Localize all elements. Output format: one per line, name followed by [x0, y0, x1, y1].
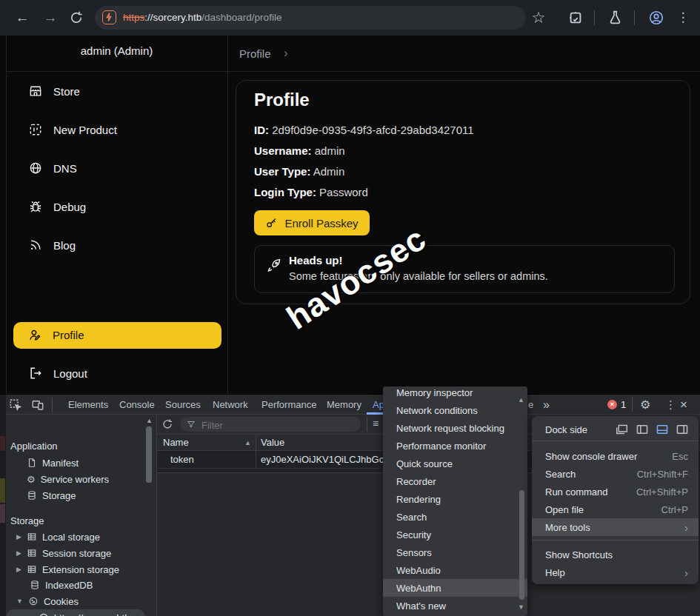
back-icon[interactable]: ← [12, 0, 33, 36]
sidebar-item-label: Logout [53, 367, 87, 380]
window-left-edge [6, 36, 7, 394]
column-header-name[interactable]: Name [163, 437, 189, 448]
menu-item-webauthn-highlighted[interactable]: WebAuthn [383, 579, 527, 597]
sidebar-item-profile-active[interactable]: Profile [13, 322, 221, 349]
column-header-value[interactable]: Value [261, 437, 284, 448]
device-toolbar-icon[interactable] [31, 398, 44, 412]
sidebar-item-debug[interactable]: Debug [28, 199, 86, 214]
logout-icon [28, 366, 43, 381]
sidebar-divider [227, 36, 228, 394]
cookie-filter-input[interactable] [200, 418, 351, 432]
column-divider[interactable] [256, 435, 256, 451]
menu-item-network-conditions[interactable]: Network conditions [383, 401, 527, 419]
tab-performance[interactable]: Performance [261, 395, 316, 415]
tree-item-session-storage[interactable]: ▶ Session storage [16, 545, 111, 561]
refresh-icon[interactable] [161, 418, 173, 430]
menu-item-label: Performance monitor [396, 441, 486, 452]
devtools-menu-icon[interactable]: ⋮ [665, 395, 676, 415]
menu-item-more-tools-highlighted[interactable]: More tools › [532, 518, 699, 536]
menu-item-quick-source[interactable]: Quick source [383, 455, 527, 472]
undock-icon[interactable] [616, 424, 628, 435]
tree-label: Service workers [41, 474, 109, 485]
menu-item-whats-new[interactable]: What's new [383, 597, 527, 615]
cookie-filter-pill[interactable] [180, 417, 361, 432]
devtools-close-icon[interactable]: × [680, 395, 687, 415]
menu-item-recorder[interactable]: Recorder [383, 472, 527, 490]
tree-label: IndexedDB [45, 580, 93, 591]
menu-item-network-request-blocking[interactable]: Network request blocking [383, 419, 527, 437]
tree-item-manifest[interactable]: Manifest [27, 455, 79, 471]
tree-scroll-up-icon[interactable]: ▲ [146, 418, 153, 424]
tabbar-divider [52, 398, 53, 412]
menu-item-label: Quick source [396, 458, 453, 469]
profile-avatar-icon[interactable] [648, 10, 664, 26]
menu-item-show-console-drawer[interactable]: Show console drawer Esc [532, 447, 699, 465]
reload-icon[interactable] [69, 10, 84, 25]
sidebar-item-logout[interactable]: Logout [28, 366, 87, 381]
dock-bottom-icon-selected[interactable] [656, 424, 668, 435]
insecure-site-icon[interactable] [102, 10, 116, 24]
error-badge-icon[interactable]: × [607, 400, 617, 409]
sidebar-item-blog[interactable]: Blog [28, 238, 76, 252]
menu-item-security[interactable]: Security [383, 526, 527, 543]
submenu-chevron-icon: › [684, 566, 688, 579]
bookmark-star-icon[interactable]: ☆ [528, 0, 549, 36]
url-bar[interactable]: https://sorcery.htb/dashboard/profile [95, 6, 526, 30]
tab-network[interactable]: Network [213, 395, 248, 415]
tree-item-cookie-host-selected[interactable]: https://sorcery.htb [6, 609, 145, 616]
menu-item-help[interactable]: Help › [532, 563, 699, 581]
tree-item-cookies[interactable]: ▼ Cookies [16, 593, 79, 609]
extensions-icon[interactable] [567, 10, 584, 26]
enroll-passkey-button[interactable]: Enroll Passkey [254, 210, 370, 235]
submenu-scroll-down-icon[interactable]: ▼ [518, 604, 524, 611]
menu-item-run-command[interactable]: Run command Ctrl+Shift+P [532, 483, 699, 500]
menu-item-show-shortcuts[interactable]: Show Shortcuts [532, 546, 699, 563]
dock-left-icon[interactable] [636, 424, 648, 435]
forward-icon[interactable]: → [40, 0, 61, 36]
profile-card: Profile ID: 2d9f0d9e-0935-49f3-afcd-29ab… [236, 80, 690, 304]
submenu-scroll-up-icon[interactable]: ▲ [518, 397, 524, 404]
tab-sources[interactable]: Sources [165, 395, 201, 415]
user-pen-icon [28, 328, 42, 342]
tree-item-indexeddb[interactable]: IndexedDB [30, 577, 93, 593]
toolbar-divider [594, 10, 595, 25]
globe-icon [28, 161, 43, 175]
menu-item-open-file[interactable]: Open file Ctrl+P [532, 500, 699, 518]
collapse-icon[interactable]: ▼ [16, 598, 23, 605]
sidebar-item-store[interactable]: Store [28, 84, 80, 98]
inspect-element-icon[interactable] [9, 398, 22, 412]
more-tabs-icon[interactable]: » [543, 395, 550, 415]
tree-item-local-storage[interactable]: ▶ Local storage [16, 529, 100, 545]
tree-item-storage[interactable]: Storage [27, 487, 76, 503]
tab-elements[interactable]: Elements [68, 395, 108, 415]
dock-right-icon[interactable] [676, 424, 688, 435]
expand-icon[interactable]: ▶ [16, 566, 21, 573]
flask-icon[interactable] [607, 10, 623, 25]
settings-gear-icon[interactable]: ⚙ [640, 395, 650, 415]
breadcrumb[interactable]: Profile [239, 47, 271, 60]
clear-filter-icon[interactable]: ≡ [373, 418, 379, 429]
menu-item-sensors[interactable]: Sensors [383, 543, 527, 561]
sidebar-item-label: Profile [53, 329, 84, 341]
screenshot-root: ← → https://sorcery.htb/dashboard/profil… [0, 0, 700, 616]
menu-item-rendering[interactable]: Rendering [383, 490, 527, 508]
sidebar-item-dns[interactable]: DNS [28, 161, 77, 175]
sidebar-item-new-product[interactable]: New Product [28, 122, 117, 137]
menu-item-performance-monitor[interactable]: Performance monitor [383, 437, 527, 455]
submenu-scrollbar-thumb[interactable] [519, 490, 524, 600]
tab-console[interactable]: Console [119, 395, 155, 415]
tab-memory[interactable]: Memory [327, 395, 361, 415]
menu-item-search[interactable]: Search [383, 508, 527, 526]
tree-scrollbar-thumb[interactable] [146, 426, 152, 483]
card-title: Profile [254, 90, 310, 110]
tree-item-extension-storage[interactable]: ▶ Extension storage [16, 561, 119, 578]
tab-overflow-partial: e [528, 395, 533, 415]
tree-item-service-workers[interactable]: ⚙ Service workers [27, 471, 109, 487]
menu-item-webaudio[interactable]: WebAudio [383, 561, 527, 579]
expand-icon[interactable]: ▶ [16, 534, 21, 540]
menu-item-search[interactable]: Search Ctrl+Shift+F [532, 465, 699, 483]
menu-item-label: Recorder [396, 476, 436, 487]
expand-icon[interactable]: ▶ [16, 550, 21, 557]
menu-item-memory-inspector[interactable]: Memory inspector [383, 386, 527, 401]
browser-menu-icon[interactable]: ⋮ [673, 0, 693, 36]
